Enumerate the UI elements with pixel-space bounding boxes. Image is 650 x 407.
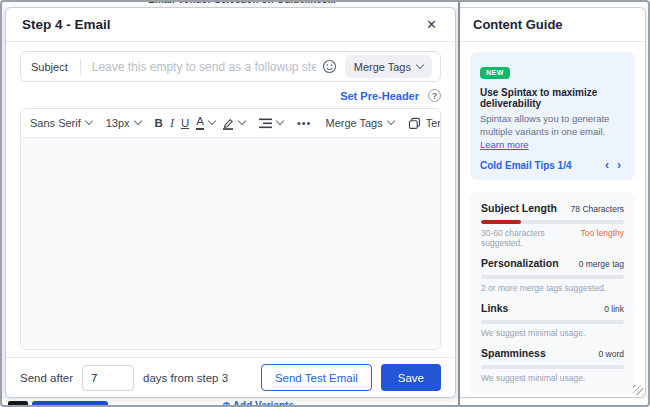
font-size-select[interactable]: 13px (106, 117, 141, 129)
spintax-tip-card: NEW Use Spintax to maximize deliverabili… (470, 52, 635, 180)
delay-days-input[interactable] (82, 365, 134, 391)
email-body-textarea[interactable] (21, 138, 440, 350)
metric-name: Links (481, 302, 604, 314)
content-guide-header: Content Guide (460, 8, 645, 42)
progress-track (481, 320, 624, 324)
modal-footer: Send after days from step 3 Send Test Em… (6, 357, 455, 397)
italic-button[interactable]: I (170, 116, 174, 131)
preheader-row: Set Pre-Header ? (340, 88, 441, 103)
send-test-email-button[interactable]: Send Test Email (261, 364, 372, 391)
learn-more-link[interactable]: Learn more (480, 139, 529, 150)
close-icon[interactable]: ✕ (424, 16, 439, 33)
metric-value: 0 word (598, 349, 624, 359)
metric-value: 78 Characters (571, 204, 624, 214)
text-color-button[interactable]: A (196, 116, 215, 131)
text-color-glyph: A (196, 116, 204, 131)
cold-email-tips-link[interactable]: Cold Email Tips 1/4 (480, 160, 601, 171)
content-guide-title: Content Guide (473, 17, 563, 32)
tip-footer: Cold Email Tips 1/4 ‹ › (480, 159, 625, 171)
metric-hint: We suggest minimal usage. (481, 328, 624, 338)
template-icon (408, 117, 421, 130)
panel-resize-handle[interactable] (633, 385, 643, 395)
add-variants-button[interactable]: ⊕ Add Variants (222, 400, 294, 407)
underline-button[interactable]: U (181, 117, 189, 129)
modal-title: Step 4 - Email (22, 17, 424, 32)
metric-name: Spamminess (481, 347, 598, 359)
metric-links: Links 0 link We suggest minimal usage. (481, 302, 624, 338)
chevron-down-icon (387, 117, 395, 125)
email-body-editor: Sans Serif 13px B I U A (20, 108, 441, 350)
content-guide-body: NEW Use Spintax to maximize deliverabili… (460, 42, 645, 398)
plus-icon: ⊕ (222, 400, 230, 407)
subject-label: Subject (31, 61, 68, 73)
help-icon[interactable]: ? (428, 89, 441, 102)
progress-track (481, 275, 624, 279)
chevron-down-icon (85, 117, 93, 125)
new-badge: NEW (480, 67, 510, 79)
chevron-down-icon (133, 117, 141, 125)
set-pre-header-link[interactable]: Set Pre-Header (340, 90, 419, 102)
metric-hint: 30-60 characters suggested. (481, 228, 581, 248)
metric-personalization: Personalization 0 merge tag 2 or more me… (481, 257, 624, 293)
content-guide-panel: Content Guide NEW Use Spintax to maximiz… (460, 7, 646, 398)
tip-heading: Use Spintax to maximize deliverability (480, 87, 625, 109)
emoji-picker-button[interactable] (322, 59, 337, 74)
alignment-button[interactable] (259, 118, 283, 129)
background-page-top: Email Vendor Selection on Guidelines... (0, 0, 650, 7)
subject-row: Subject Leave this empty to send as a fo… (20, 51, 441, 82)
chevron-down-icon (208, 117, 216, 125)
metric-hint: We suggest minimal usage. (481, 373, 624, 383)
metric-hint: 2 or more merge tags suggested. (481, 283, 624, 293)
font-size-value: 13px (106, 117, 130, 129)
metric-name: Personalization (481, 257, 579, 269)
panel-divider (458, 0, 460, 407)
align-text-icon (259, 118, 272, 129)
email-step-modal: Step 4 - Email ✕ Subject Leave this empt… (5, 7, 456, 398)
highlighter-icon (222, 117, 234, 130)
chevron-down-icon (276, 117, 284, 125)
subject-placeholder: Leave this empty to send as a followup s… (92, 60, 316, 74)
metric-spamminess: Spamminess 0 word We suggest minimal usa… (481, 347, 624, 383)
metric-value: 0 link (604, 304, 624, 314)
chevron-left-icon[interactable]: ‹ (601, 159, 613, 171)
screen: Email Vendor Selection on Guidelines... … (0, 0, 650, 407)
editor-toolbar: Sans Serif 13px B I U A (21, 109, 440, 138)
background-campaign-title: Email Vendor Selection on Guidelines... (148, 0, 336, 5)
bold-button[interactable]: B (155, 117, 163, 129)
progress-fill (481, 220, 521, 224)
modal-header: Step 4 - Email ✕ (6, 8, 455, 42)
background-step-chip (32, 401, 108, 407)
tip-body-text: Spintax allows you to generate multiple … (480, 113, 609, 137)
subject-input[interactable]: Leave this empty to send as a followup s… (91, 52, 316, 81)
chevron-down-icon (238, 117, 246, 125)
chevron-right-icon[interactable]: › (613, 159, 625, 171)
smiley-icon (322, 59, 337, 74)
highlight-color-button[interactable] (222, 117, 245, 130)
body-merge-tags-button[interactable]: Merge Tags (325, 117, 393, 129)
add-variants-label: Add Variants (233, 400, 294, 407)
background-chip (8, 401, 28, 407)
font-family-value: Sans Serif (30, 117, 81, 129)
metric-value: 0 merge tag (579, 259, 624, 269)
metric-status: Too lengthy (581, 228, 624, 238)
content-metrics-card: Subject Length 78 Characters 30-60 chara… (470, 192, 635, 394)
chevron-down-icon (416, 60, 424, 68)
template-label: Template (426, 117, 441, 129)
metric-name: Subject Length (481, 202, 571, 214)
progress-track (481, 220, 624, 224)
subject-merge-tags-button[interactable]: Merge Tags (345, 55, 432, 78)
background-page-bottom: ⊕ Add Variants (0, 399, 650, 407)
send-after-label: Send after (20, 372, 73, 384)
merge-tags-label: Merge Tags (325, 117, 382, 129)
save-button[interactable]: Save (381, 364, 441, 391)
font-family-select[interactable]: Sans Serif (30, 117, 92, 129)
progress-track (481, 365, 624, 369)
delay-suffix-label: days from step 3 (143, 372, 228, 384)
merge-tags-label: Merge Tags (354, 61, 411, 73)
tip-body: Spintax allows you to generate multiple … (480, 113, 625, 151)
template-button[interactable]: Template (408, 117, 441, 130)
more-options-button[interactable]: ••• (297, 117, 312, 129)
divider (80, 59, 81, 75)
metric-subject-length: Subject Length 78 Characters 30-60 chara… (481, 202, 624, 248)
